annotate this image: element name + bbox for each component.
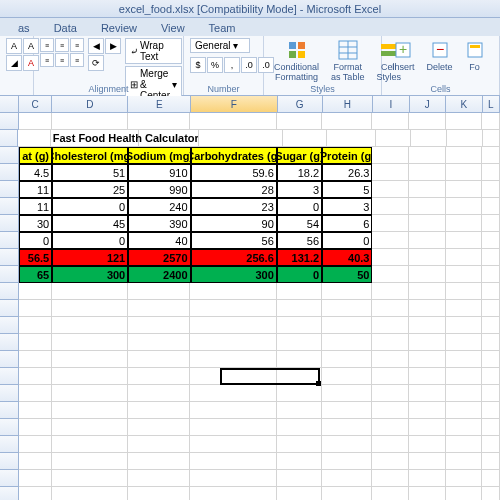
row-header[interactable] <box>0 368 19 385</box>
cell[interactable] <box>372 402 409 419</box>
cell[interactable] <box>446 249 483 266</box>
row-header[interactable] <box>0 402 19 419</box>
wrap-text-button[interactable]: ⤶Wrap Text <box>125 38 182 64</box>
cell[interactable] <box>277 487 322 500</box>
cell[interactable] <box>322 351 372 368</box>
cell[interactable] <box>19 487 52 500</box>
cell[interactable] <box>322 283 372 300</box>
align-top-left[interactable]: ≡ <box>40 38 54 52</box>
cell[interactable] <box>376 130 412 147</box>
cell[interactable] <box>19 385 52 402</box>
data-cell[interactable]: 910 <box>128 164 190 181</box>
cell[interactable] <box>482 181 500 198</box>
data-cell[interactable]: 990 <box>128 181 190 198</box>
currency-button[interactable]: $ <box>190 57 206 73</box>
cell[interactable] <box>482 334 500 351</box>
insert-button[interactable]: +Insert <box>388 38 419 74</box>
cell[interactable] <box>482 147 500 164</box>
delete-button[interactable]: −Delete <box>423 38 457 74</box>
cell[interactable] <box>128 334 190 351</box>
percent-button[interactable]: % <box>207 57 223 73</box>
cell[interactable] <box>446 317 483 334</box>
total-cell[interactable]: 256.6 <box>191 249 277 266</box>
cell[interactable] <box>482 215 500 232</box>
cell[interactable] <box>277 385 322 402</box>
cell[interactable] <box>409 283 446 300</box>
cell[interactable] <box>199 130 283 147</box>
cell[interactable] <box>409 164 446 181</box>
header-cell[interactable]: Carbohydrates (g) <box>191 147 277 164</box>
cell[interactable] <box>409 351 446 368</box>
cell[interactable] <box>409 198 446 215</box>
cell[interactable] <box>372 334 409 351</box>
cell[interactable] <box>446 300 483 317</box>
cell[interactable] <box>277 300 322 317</box>
data-cell[interactable]: 0 <box>19 232 52 249</box>
row-header[interactable] <box>0 317 19 334</box>
cell[interactable] <box>19 470 52 487</box>
cell[interactable] <box>18 130 50 147</box>
cell[interactable] <box>446 334 483 351</box>
cell[interactable] <box>446 470 483 487</box>
data-cell[interactable]: 0 <box>322 232 372 249</box>
cell[interactable] <box>372 385 409 402</box>
cell[interactable] <box>277 317 322 334</box>
data-cell[interactable]: 25 <box>52 181 128 198</box>
cell[interactable] <box>52 487 128 500</box>
target-cell[interactable]: 0 <box>277 266 322 283</box>
cell[interactable] <box>446 351 483 368</box>
increase-decimal-button[interactable]: .0 <box>241 57 257 73</box>
fill-color-button[interactable]: ◢ <box>6 55 22 71</box>
data-cell[interactable]: 23 <box>191 198 277 215</box>
data-cell[interactable]: 54 <box>277 215 322 232</box>
row-header[interactable] <box>0 283 19 300</box>
cell[interactable] <box>372 487 409 500</box>
cell[interactable] <box>446 402 483 419</box>
cell[interactable] <box>409 147 446 164</box>
number-format-dropdown[interactable]: General ▾ <box>190 38 250 53</box>
data-cell[interactable]: 6 <box>322 215 372 232</box>
cell[interactable] <box>52 300 128 317</box>
data-cell[interactable]: 56 <box>191 232 277 249</box>
data-cell[interactable]: 0 <box>52 232 128 249</box>
cell[interactable] <box>482 419 500 436</box>
cell[interactable] <box>482 113 500 130</box>
cell[interactable] <box>322 300 372 317</box>
cell[interactable] <box>52 283 128 300</box>
row-header[interactable] <box>0 419 19 436</box>
cell[interactable] <box>446 266 483 283</box>
data-cell[interactable]: 0 <box>52 198 128 215</box>
cell[interactable] <box>283 130 327 147</box>
tab-view[interactable]: View <box>151 20 195 36</box>
cell[interactable] <box>372 300 409 317</box>
worksheet[interactable]: C D E F G H I J K L Fast Food Health Cal… <box>0 96 500 500</box>
cell[interactable] <box>19 419 52 436</box>
cell[interactable] <box>190 113 276 130</box>
cell[interactable] <box>482 164 500 181</box>
cell[interactable] <box>277 113 322 130</box>
cell[interactable] <box>322 334 372 351</box>
cell[interactable] <box>128 470 190 487</box>
cell[interactable] <box>372 419 409 436</box>
col-header-L[interactable]: L <box>483 96 500 113</box>
align-bottom-right[interactable]: ≡ <box>70 53 84 67</box>
header-cell[interactable]: at (g) <box>19 147 52 164</box>
cell[interactable] <box>446 283 483 300</box>
cell[interactable] <box>128 283 190 300</box>
header-cell[interactable]: Cholesterol (mg) <box>52 147 128 164</box>
cell[interactable] <box>128 317 190 334</box>
cell[interactable] <box>372 453 409 470</box>
cell[interactable] <box>190 402 276 419</box>
cell[interactable] <box>327 130 376 147</box>
col-header-D[interactable]: D <box>52 96 128 113</box>
orientation-button[interactable]: ⟳ <box>88 55 104 71</box>
total-cell[interactable]: 40.3 <box>322 249 372 266</box>
cell[interactable] <box>446 215 483 232</box>
cell[interactable] <box>128 368 190 385</box>
cell[interactable] <box>322 436 372 453</box>
cell[interactable] <box>409 487 446 500</box>
cell[interactable] <box>447 130 483 147</box>
col-header-E[interactable]: E <box>128 96 190 113</box>
cell[interactable] <box>19 436 52 453</box>
total-cell[interactable]: 131.2 <box>277 249 322 266</box>
